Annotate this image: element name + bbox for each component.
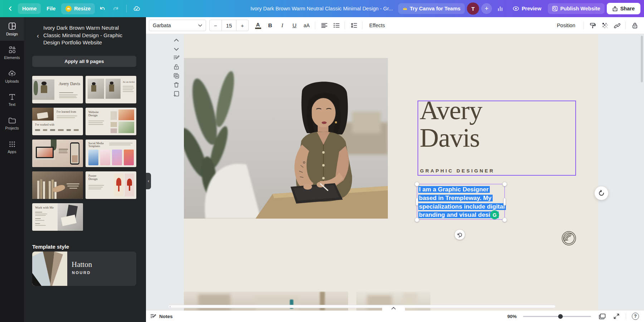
grammarly-badge[interactable]: G	[490, 210, 499, 219]
zoom-slider-knob[interactable]	[558, 314, 563, 319]
resize-handle-bottom-right[interactable]	[502, 218, 507, 222]
page-thumbnail-6[interactable]: Social Media Templates	[86, 140, 136, 167]
spacing-button[interactable]	[348, 20, 360, 31]
font-size-decrease-button[interactable]: −	[210, 20, 221, 31]
crown-icon	[65, 6, 72, 12]
document-title[interactable]: Ivory Dark Brown Warm Neutral Classic Mi…	[250, 0, 397, 17]
sidebar-item-apps[interactable]: Apps	[0, 135, 24, 159]
paint-roller-icon	[590, 23, 596, 29]
spiral-logo[interactable]	[561, 230, 577, 246]
zoom-value[interactable]: 90%	[507, 314, 517, 319]
paragraph-line-2: based in Trempleway. My	[418, 195, 493, 201]
try-teams-label: Try Canva for Teams	[410, 6, 461, 11]
add-member-button[interactable]: +	[481, 3, 492, 14]
resize-handle-top-right[interactable]	[502, 182, 507, 186]
apply-all-pages-button[interactable]: Apply all 9 pages	[32, 56, 136, 67]
insights-chart-icon[interactable]	[494, 3, 506, 15]
resize-button[interactable]: Resize	[61, 3, 95, 14]
copy-style-button[interactable]	[587, 20, 599, 31]
resize-handle-right[interactable]	[503, 198, 506, 206]
unlock-icon[interactable]	[172, 64, 180, 70]
horizontal-scrollbar[interactable]: ‹	[168, 305, 556, 308]
rotate-handle[interactable]	[455, 230, 465, 240]
help-button[interactable]: ?	[632, 313, 639, 320]
hero-photo[interactable]	[184, 58, 388, 219]
cloud-saved-icon[interactable]	[131, 3, 143, 15]
move-down-icon[interactable]	[172, 46, 180, 52]
topbar-divider	[126, 5, 127, 13]
link-button[interactable]	[611, 20, 623, 31]
account-avatar[interactable]: T	[467, 3, 479, 15]
transparency-button[interactable]	[599, 20, 611, 31]
panel-collapse-tab[interactable]: ‹	[146, 173, 151, 189]
text-case-button[interactable]: aA	[301, 20, 312, 31]
panel-back-icon[interactable]: ‹	[37, 32, 39, 47]
notes-button[interactable]: Notes	[150, 311, 173, 322]
page-thumbnail-8[interactable]: Poster Design	[86, 171, 136, 199]
delete-page-icon[interactable]	[172, 82, 180, 88]
hero-subheading[interactable]: GRAPHIC DESIGNER	[420, 168, 495, 174]
text-color-letter: A	[256, 22, 260, 27]
file-label: File	[47, 6, 55, 11]
page-thumbnail-3[interactable]: I've learned from I've worked with	[32, 108, 83, 135]
sidebar-item-elements[interactable]: Elements	[0, 41, 24, 64]
lock-icon	[632, 23, 638, 29]
template-style-card[interactable]: Hatton NOURD	[32, 252, 136, 286]
preview-button[interactable]: Preview	[508, 3, 546, 14]
back-icon[interactable]	[4, 3, 16, 15]
font-family-select[interactable]: Garbata	[149, 20, 206, 31]
sidebar-item-design[interactable]: Design	[0, 17, 24, 41]
bullet-list-icon	[333, 23, 340, 28]
hero-heading[interactable]: Avery Davis	[420, 97, 482, 152]
undo-icon[interactable]	[96, 3, 108, 15]
sidebar-label-apps: Apps	[8, 150, 16, 154]
expand-pages-notch[interactable]	[382, 306, 405, 311]
chevron-up-icon	[391, 307, 396, 309]
duplicate-page-icon[interactable]	[172, 73, 180, 79]
pages-view-button[interactable]	[599, 313, 606, 319]
notes-page-icon[interactable]	[172, 55, 180, 61]
page-thumbnail-9[interactable]: Work with Me	[32, 203, 83, 231]
resize-handle-bottom-left[interactable]	[415, 218, 419, 222]
page-thumbnail-1[interactable]: Avery Davis	[32, 76, 83, 103]
text-icon	[9, 93, 16, 101]
zoom-slider[interactable]	[523, 316, 591, 317]
page-thumbnail-7[interactable]	[32, 171, 83, 199]
sidebar-rail: Design Elements Uploads Text Projects Ap…	[0, 17, 24, 322]
fullscreen-button[interactable]	[614, 313, 619, 319]
redo-icon[interactable]	[110, 3, 122, 15]
move-up-icon[interactable]	[172, 37, 180, 43]
try-canva-teams-button[interactable]: Try Canva for Teams	[398, 3, 465, 14]
resize-handle-left[interactable]	[416, 198, 418, 206]
home-button[interactable]: Home	[18, 3, 41, 14]
list-button[interactable]	[331, 20, 342, 31]
font-size-value[interactable]: 15	[221, 20, 236, 31]
canvas-area[interactable]: Avery Davis GRAPHIC DESIGNER I am a Grap…	[146, 34, 644, 311]
page-thumbnail-2[interactable]: As an Artist	[86, 76, 136, 103]
sidebar-item-uploads[interactable]: Uploads	[0, 64, 24, 88]
font-size-increase-button[interactable]: +	[236, 20, 248, 31]
design-icon	[8, 22, 16, 30]
file-button[interactable]: File	[42, 3, 60, 14]
resize-handle-top-left[interactable]	[415, 182, 419, 186]
alignment-button[interactable]	[318, 20, 330, 31]
sidebar-item-text[interactable]: Text	[0, 88, 24, 112]
vertical-scrollbar-thumb[interactable]	[641, 36, 643, 82]
position-button[interactable]: Position	[551, 23, 581, 28]
lock-button[interactable]	[629, 20, 640, 31]
italic-button[interactable]: I	[277, 20, 288, 31]
underline-button[interactable]: U	[289, 20, 300, 31]
share-button[interactable]: Share	[607, 3, 640, 14]
effects-button[interactable]: Effects	[366, 20, 389, 31]
toolbar-divider	[625, 21, 626, 29]
sidebar-label-text: Text	[9, 102, 15, 107]
sidebar-item-projects[interactable]: Projects	[0, 112, 24, 135]
page-thumbnail-5[interactable]	[32, 140, 83, 167]
add-page-icon[interactable]	[172, 91, 180, 97]
bold-button[interactable]: B	[264, 20, 276, 31]
assistant-floating-button[interactable]	[595, 186, 608, 200]
text-color-button[interactable]: A	[252, 20, 264, 31]
paragraph-line-1: I am a Graphic Designer	[418, 186, 490, 193]
publish-website-button[interactable]: Publish Website	[548, 3, 605, 14]
page-thumbnail-4[interactable]: Website Design	[86, 108, 136, 135]
